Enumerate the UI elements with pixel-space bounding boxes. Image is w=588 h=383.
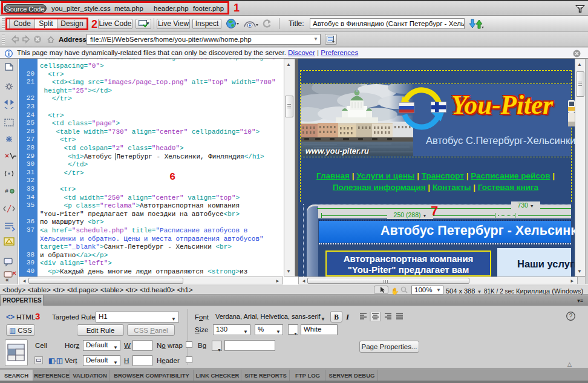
svg-text:?: ? [569,313,573,319]
svg-text:#: # [5,188,8,195]
